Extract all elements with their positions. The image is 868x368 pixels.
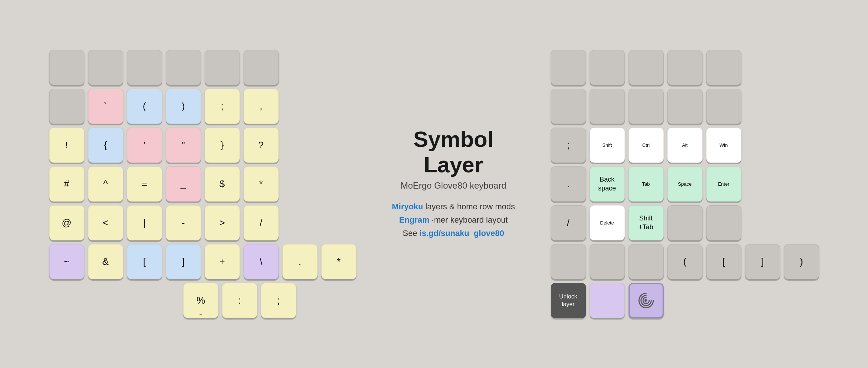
key-l1-4[interactable] [166, 50, 201, 85]
key-gt[interactable]: > [205, 205, 240, 240]
key-open-paren-r6[interactable]: ( [667, 244, 703, 279]
engram-highlight: Engram [399, 215, 429, 224]
key-unlock-layer[interactable]: Unlocklayer [551, 283, 586, 318]
left-half: ` ( ) ; , ! { ' " } ? # ^ = _ $ * @ < | [49, 50, 356, 318]
key-percent[interactable]: % _ [183, 283, 218, 318]
key-enter[interactable]: Enter [706, 166, 741, 202]
key-r2-4[interactable] [667, 89, 703, 124]
key-r1-1[interactable] [551, 50, 586, 85]
keyboard-container: ` ( ) ; , ! { ' " } ? # ^ = _ $ * @ < | [27, 18, 841, 351]
key-l1-6[interactable] [244, 50, 279, 85]
key-ctrl[interactable]: Ctrl [629, 128, 664, 163]
key-close-brace[interactable]: } [205, 128, 240, 163]
key-colon[interactable]: : [222, 283, 257, 318]
center-panel: Symbol Layer MoErgo Glove80 keyboard Mir… [383, 119, 524, 249]
key-lt[interactable]: < [88, 205, 123, 240]
key-r1-3[interactable] [629, 50, 664, 85]
key-open-bracket[interactable]: [ [127, 244, 162, 279]
key-star[interactable]: * [244, 166, 279, 202]
key-semicolon-row2[interactable]: ; [205, 89, 240, 124]
key-at[interactable]: @ [49, 205, 84, 240]
key-plus[interactable]: + [205, 244, 240, 279]
key-open-brace[interactable]: { [88, 128, 123, 163]
key-fingerprint[interactable] [629, 283, 664, 318]
left-row-7: % _ : ; [123, 283, 356, 318]
key-r1-5[interactable] [706, 50, 741, 85]
left-row-5: @ < | - > / [49, 205, 356, 240]
key-double-quote[interactable]: " [166, 128, 201, 163]
right-half: ; Shift Ctrl Alt Win . Backspace Tab Spa… [551, 50, 819, 318]
key-r2-1[interactable] [551, 89, 586, 124]
line-miryoku: Miryoku layers & home row mods [391, 202, 516, 212]
left-row-4: # ^ = _ $ * [49, 166, 356, 202]
key-caret[interactable]: ^ [88, 166, 123, 202]
key-r5-5[interactable] [706, 205, 741, 240]
key-dash[interactable]: - [166, 205, 201, 240]
key-backtick[interactable]: ` [88, 89, 123, 124]
key-tilde[interactable]: ~ [49, 244, 84, 279]
key-comma[interactable]: , [244, 89, 279, 124]
key-purple-thumb[interactable] [590, 283, 625, 318]
left-row-2: ` ( ) ; , [49, 89, 356, 124]
key-r6-1[interactable] [551, 244, 586, 279]
line-engram: Engram ·mer keyboard layout [391, 215, 516, 225]
key-star-row6[interactable]: * [321, 244, 356, 279]
key-r5-4[interactable] [667, 205, 703, 240]
key-dollar[interactable]: $ [205, 166, 240, 202]
key-r2-3[interactable] [629, 89, 664, 124]
key-equals[interactable]: = [127, 166, 162, 202]
key-r2-5[interactable] [706, 89, 741, 124]
key-period-row6[interactable]: . [282, 244, 318, 279]
key-r1-4[interactable] [667, 50, 703, 85]
key-backspace[interactable]: Backspace [590, 166, 625, 202]
key-l2-1[interactable] [49, 89, 84, 124]
right-row-6: ( [ ] ) [551, 244, 819, 279]
right-row-2 [551, 89, 819, 124]
key-period-r4[interactable]: . [551, 166, 586, 202]
key-slash[interactable]: / [244, 205, 279, 240]
key-shift[interactable]: Shift [590, 128, 625, 163]
key-pipe[interactable]: | [127, 205, 162, 240]
page-title: Symbol Layer [391, 126, 516, 178]
key-r1-2[interactable] [590, 50, 625, 85]
key-l1-5[interactable] [205, 50, 240, 85]
key-open-bracket-r6[interactable]: [ [706, 244, 741, 279]
key-r2-2[interactable] [590, 89, 625, 124]
right-row-3: ; Shift Ctrl Alt Win [551, 128, 819, 163]
key-backslash[interactable]: \ [244, 244, 279, 279]
key-underscore[interactable]: _ [166, 166, 201, 202]
line-link: See is.gd/sunaku_glove80 [391, 229, 516, 238]
right-row-4: . Backspace Tab Space Enter [551, 166, 819, 202]
miryoku-highlight: Miryoku [392, 202, 423, 211]
svg-point-0 [645, 300, 646, 301]
key-slash-r5[interactable]: / [551, 205, 586, 240]
key-win[interactable]: Win [706, 128, 741, 163]
right-row-1 [551, 50, 819, 85]
key-tab[interactable]: Tab [629, 166, 664, 202]
key-l1-1[interactable] [49, 50, 84, 85]
key-delete[interactable]: Delete [590, 205, 625, 240]
key-close-paren-r6[interactable]: ) [784, 244, 819, 279]
key-r6-2[interactable] [590, 244, 625, 279]
right-row-7: Unlocklayer [551, 283, 819, 318]
key-hash[interactable]: # [49, 166, 84, 202]
key-space[interactable]: Space [667, 166, 703, 202]
key-l1-2[interactable] [88, 50, 123, 85]
sunaku-link[interactable]: is.gd/sunaku_glove80 [419, 229, 504, 238]
key-ampersand[interactable]: & [88, 244, 123, 279]
left-row-6: ~ & [ ] + \ . * [49, 244, 356, 279]
key-semicolon-r3[interactable]: ; [551, 128, 586, 163]
key-open-paren[interactable]: ( [127, 89, 162, 124]
key-single-quote[interactable]: ' [127, 128, 162, 163]
key-shift-tab[interactable]: Shift+Tab [629, 205, 664, 240]
left-row-3: ! { ' " } ? [49, 128, 356, 163]
key-close-bracket[interactable]: ] [166, 244, 201, 279]
key-close-paren[interactable]: ) [166, 89, 201, 124]
key-question[interactable]: ? [244, 128, 279, 163]
key-l1-3[interactable] [127, 50, 162, 85]
key-semicolon-thumb[interactable]: ; [261, 283, 296, 318]
key-alt[interactable]: Alt [667, 128, 703, 163]
key-exclaim[interactable]: ! [49, 128, 84, 163]
key-close-bracket-r6[interactable]: ] [745, 244, 780, 279]
key-r6-3[interactable] [629, 244, 664, 279]
